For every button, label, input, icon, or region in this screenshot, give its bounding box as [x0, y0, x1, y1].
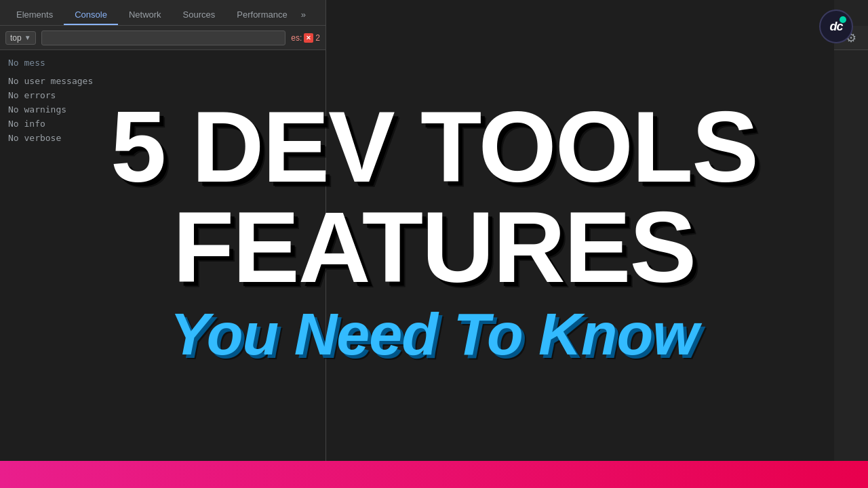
- devtools-toolbar: top ▼ es: ✕ 2: [0, 26, 326, 50]
- filter-input[interactable]: [41, 30, 286, 45]
- error-icon: ✕: [304, 33, 313, 43]
- select-arrow-icon: ▼: [24, 34, 31, 41]
- console-line: No errors: [8, 88, 317, 102]
- tab-performance[interactable]: Performance: [226, 4, 298, 25]
- devtools-tab-bar: Elements Console Network Sources Perform…: [0, 0, 326, 26]
- tab-network[interactable]: Network: [118, 4, 172, 25]
- context-selector[interactable]: top ▼: [5, 31, 36, 45]
- tab-sources[interactable]: Sources: [172, 4, 226, 25]
- console-line: No mess: [8, 56, 317, 70]
- logo-circle: dc: [819, 9, 853, 43]
- console-line: No verbose: [8, 131, 317, 145]
- tab-elements[interactable]: Elements: [5, 4, 64, 25]
- logo-dot: [840, 16, 846, 23]
- console-output: No mess No user messages No errors No wa…: [0, 50, 326, 461]
- console-line: No info: [8, 117, 317, 131]
- panel-divider: [326, 0, 326, 461]
- devtools-right-panel: [834, 0, 868, 461]
- bottom-bar: [0, 461, 868, 488]
- console-line: No user messages: [8, 74, 317, 88]
- more-tabs-button[interactable]: »: [298, 4, 309, 25]
- console-line: No warnings: [8, 102, 317, 117]
- error-badge: es: ✕ 2: [291, 33, 320, 43]
- tab-console[interactable]: Console: [64, 4, 118, 25]
- dc-logo: dc: [818, 8, 854, 45]
